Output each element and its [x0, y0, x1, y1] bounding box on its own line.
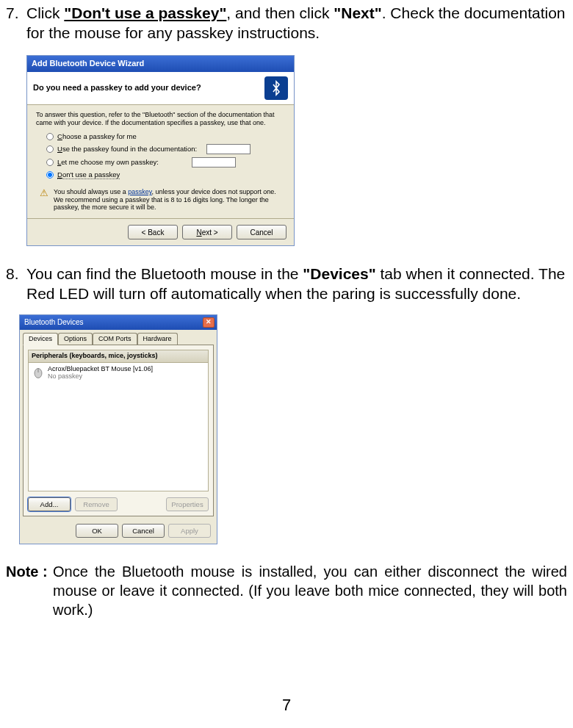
passkey-doc-field[interactable] [206, 144, 251, 154]
step-7: 7. Click "Don't use a passkey", and then… [6, 3, 567, 43]
wizard-header: Do you need a passkey to add your device… [27, 72, 294, 105]
tab-hardware[interactable]: Hardware [137, 333, 178, 345]
wizard-footer: < Back Next > Cancel [27, 218, 294, 245]
add-bluetooth-wizard: Add Bluetooth Device Wizard Do you need … [26, 55, 295, 247]
wizard-intro-text: To answer this question, refer to the "B… [36, 111, 285, 127]
device-list[interactable]: Acrox/Bluepacket BT Mouse [v1.06] No pas… [28, 363, 209, 491]
step-7-body: Click "Don't use a passkey", and then cl… [26, 3, 567, 43]
next-button[interactable]: Next > [182, 225, 232, 239]
step-8-bold: "Devices" [303, 265, 375, 282]
device-text: Acrox/Bluepacket BT Mouse [v1.06] No pas… [48, 366, 153, 381]
warning-icon: ⚠ [39, 188, 49, 198]
step-7-bold-1: "Don't use a passkey" [64, 4, 226, 21]
radio-label-4: Don't use a passkey [57, 170, 120, 179]
wizard-header-text: Do you need a passkey to add your device… [33, 83, 201, 93]
step-7-pre: Click [26, 4, 64, 21]
add-button[interactable]: Add... [28, 497, 71, 511]
step-8-number: 8. [6, 264, 19, 284]
step-8: 8. You can find the Bluetooth mouse in t… [6, 264, 567, 304]
devices-titlebar[interactable]: Bluetooth Devices ✕ [20, 315, 217, 330]
bluetooth-devices-dialog: Bluetooth Devices ✕ Devices Options COM … [19, 314, 217, 544]
radio-use-documentation[interactable]: Use the passkey found in the documentati… [46, 144, 285, 154]
cancel-button-2[interactable]: Cancel [122, 524, 165, 538]
mouse-icon [32, 366, 45, 379]
devices-footer: OK Cancel Apply [20, 519, 217, 544]
ok-button[interactable]: OK [76, 524, 118, 538]
cancel-button[interactable]: Cancel [237, 225, 286, 239]
radio-label-3: Let me choose my own passkey: [57, 158, 159, 166]
bluetooth-icon [264, 76, 288, 100]
peripherals-header: Peripherals (keyboards, mice, joysticks) [28, 350, 209, 363]
step-7-bold-2: "Next" [334, 4, 381, 21]
tab-com-ports[interactable]: COM Ports [93, 333, 137, 345]
passkey-link[interactable]: passkey [128, 188, 151, 195]
passkey-own-field[interactable] [192, 157, 236, 167]
radio-input-3[interactable] [46, 159, 54, 166]
devices-title-text: Bluetooth Devices [24, 317, 84, 327]
properties-button: Properties [166, 497, 209, 511]
wizard-warning: ⚠ You should always use a passkey, unles… [39, 188, 285, 211]
radio-label-2: Use the passkey found in the documentati… [57, 145, 197, 153]
devices-panel: Peripherals (keyboards, mice, joysticks)… [23, 345, 214, 516]
tab-devices[interactable]: Devices [23, 333, 58, 346]
radio-choose-own[interactable]: Let me choose my own passkey: [46, 157, 285, 167]
page-number: 7 [282, 695, 291, 716]
devices-tabs: Devices Options COM Ports Hardware [20, 330, 217, 345]
step-7-number: 7. [6, 3, 19, 23]
step-8-body: You can find the Bluetooth mouse in the … [26, 264, 567, 304]
radio-dont-use[interactable]: Don't use a passkey [46, 170, 285, 179]
tab-options[interactable]: Options [58, 333, 93, 345]
wizard-body: To answer this question, refer to the "B… [27, 105, 294, 218]
radio-label-1: Choose a passkey for me [57, 132, 137, 140]
radio-choose-for-me[interactable]: Choose a passkey for me [46, 132, 285, 140]
step-8-pre: You can find the Bluetooth mouse in the [26, 265, 303, 282]
warn-pre: You should always use a [54, 188, 128, 195]
remove-button: Remove [75, 497, 118, 511]
device-subtext: No passkey [48, 373, 153, 381]
radio-input-1[interactable] [46, 133, 54, 140]
wizard-titlebar[interactable]: Add Bluetooth Device Wizard [27, 56, 294, 72]
step-7-mid: , and then click [226, 4, 334, 21]
device-button-row: Add... Remove Properties [28, 497, 209, 511]
radio-input-4[interactable] [46, 171, 54, 179]
apply-button: Apply [168, 524, 211, 538]
note-label: Note : [6, 562, 48, 581]
radio-input-2[interactable] [46, 145, 54, 153]
note-block: Note : Once the Bluetooth mouse is insta… [6, 562, 567, 619]
close-icon[interactable]: ✕ [203, 317, 215, 328]
note-body: Once the Bluetooth mouse is installed, y… [53, 562, 567, 619]
list-item[interactable]: Acrox/Bluepacket BT Mouse [v1.06] No pas… [32, 366, 205, 381]
back-button[interactable]: < Back [128, 225, 178, 239]
wizard-warning-text: You should always use a passkey, unless … [54, 188, 285, 211]
